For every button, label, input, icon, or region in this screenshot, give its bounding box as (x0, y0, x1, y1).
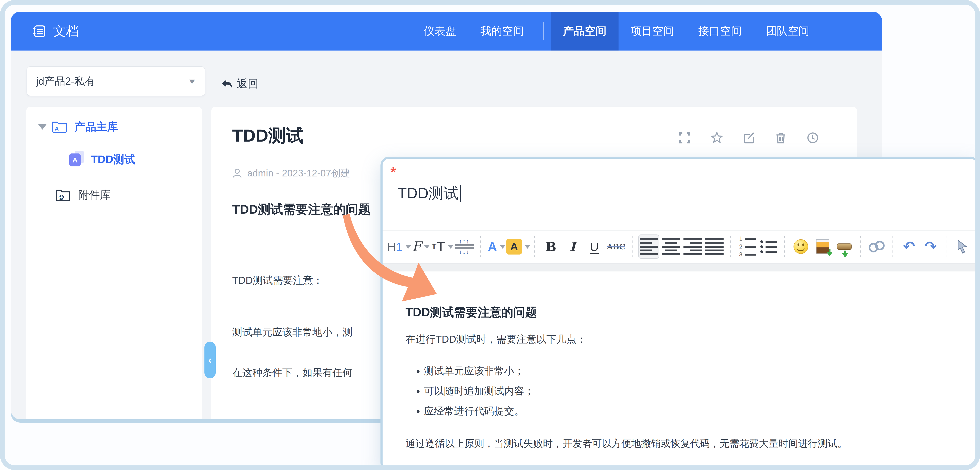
document-paragraph: 测试单元应该非常地小，测 (232, 326, 353, 339)
image-upload-icon (816, 239, 829, 254)
editor-dialog: * TDD测试 H1 F TT ↑↑↑ ↓↓↓ (380, 157, 979, 470)
redo-icon: ↷ (925, 238, 937, 255)
toolbar-separator (632, 237, 633, 257)
insert-image-button[interactable] (813, 235, 832, 258)
library-select[interactable]: jd产品2-私有 ▼ (27, 67, 205, 96)
editor-content-heading: TDD测试需要注意的问题 (406, 305, 957, 321)
underline-button[interactable]: U (584, 235, 605, 258)
doc-title-input[interactable]: TDD测试 (398, 183, 461, 203)
toolbar-separator (535, 237, 535, 257)
toolbar-separator (730, 237, 731, 257)
clock-icon (806, 131, 819, 144)
link-icon (867, 240, 886, 254)
align-left-icon (640, 238, 658, 255)
ordered-list-button[interactable]: 1 2 3 (737, 235, 757, 258)
heading-level-glyph: 1 (396, 240, 402, 254)
fullscreen-button[interactable] (678, 131, 691, 144)
folder-at-icon: @ (55, 188, 71, 202)
align-left-button[interactable] (638, 235, 659, 259)
back-label: 返回 (237, 76, 259, 91)
insert-link-button[interactable] (867, 235, 887, 258)
nav-project-space[interactable]: 项目空间 (619, 12, 686, 51)
font-size-large-glyph: T (437, 239, 445, 254)
folder-a-icon: A (52, 120, 67, 134)
edit-icon (743, 131, 756, 144)
editor-bullet-list: 测试单元应该非常小； 可以随时追加测试内容； 应经常进行代码提交。 (411, 364, 957, 418)
caret-down-icon[interactable] (38, 124, 46, 130)
favorite-button[interactable] (710, 131, 724, 145)
align-justify-button[interactable] (704, 235, 724, 258)
editor-content-area[interactable]: TDD测试需要注意的问题 在进行TDD测试时，需要注意以下几点： 测试单元应该非… (383, 272, 977, 469)
chevron-down-icon: ▼ (187, 77, 197, 86)
unordered-list-button[interactable] (759, 235, 778, 258)
sidebar-item-attachment-library[interactable]: @ 附件库 (55, 188, 111, 202)
heading-glyph: H (387, 240, 396, 254)
document-paragraph: TDD测试需要注意： (232, 274, 323, 287)
text-cursor (460, 185, 461, 202)
emoji-button[interactable] (791, 235, 811, 258)
nav-dashboard[interactable]: 仪表盘 (412, 12, 468, 51)
highlight-color-button[interactable]: A (509, 235, 528, 258)
align-center-button[interactable] (661, 235, 681, 258)
toolbar-separator (860, 237, 861, 257)
align-center-icon (662, 238, 680, 255)
sidebar-item-product-library[interactable]: A 产品主库 (38, 120, 118, 134)
nav-team-space[interactable]: 团队空间 (754, 12, 821, 51)
select-mode-button[interactable] (952, 235, 972, 258)
nav-api-space[interactable]: 接口空间 (686, 12, 754, 51)
sidebar-collapse-handle[interactable]: ‹ (204, 341, 216, 378)
align-justify-icon (705, 238, 724, 255)
history-button[interactable] (806, 131, 819, 144)
unordered-list-icon (760, 240, 777, 253)
nav-my-space[interactable]: 我的空间 (468, 12, 536, 51)
document-section-heading: TDD测试需要注意的问题 (232, 201, 371, 218)
sidebar: A 产品主库 A TDD测试 @ 附件库 (26, 107, 202, 419)
top-header: 文档 仪表盘 我的空间 产品空间 项目空间 接口空间 团队空间 (11, 12, 882, 51)
heading-format-button[interactable]: H1 (389, 235, 409, 258)
font-family-icon: F (412, 239, 421, 254)
brand: 文档 (32, 22, 79, 40)
screenshot-frame: 文档 仪表盘 我的空间 产品空间 项目空间 接口空间 团队空间 jd产品2-私有… (0, 0, 980, 470)
font-size-button[interactable]: TT (433, 235, 453, 258)
bullet-item: 测试单元应该非常小； (424, 364, 957, 378)
font-family-button[interactable]: F (411, 235, 431, 258)
document-title: TDD测试 (232, 124, 304, 148)
nav-product-space[interactable]: 产品空间 (551, 12, 619, 51)
required-asterisk: * (390, 164, 396, 180)
app-title: 文档 (53, 22, 79, 40)
document-a-icon: A (69, 152, 83, 167)
chevron-left-icon: ‹ (208, 354, 212, 366)
undo-button[interactable]: ↶ (899, 235, 919, 258)
svg-text:@: @ (58, 194, 64, 200)
delete-button[interactable] (774, 131, 787, 144)
editor-toolbar: H1 F TT ↑↑↑ ↓↓↓ A A (383, 230, 977, 263)
document-actions (678, 131, 819, 145)
insert-file-button[interactable] (834, 235, 854, 258)
edit-button[interactable] (743, 131, 756, 144)
star-icon (710, 131, 724, 145)
ordered-list-icon: 1 2 3 (737, 236, 756, 257)
underline-icon: U (590, 240, 599, 254)
align-right-button[interactable] (682, 235, 703, 258)
chevron-down-icon (405, 245, 411, 249)
highlight-color-icon: A (506, 239, 522, 254)
text-color-button[interactable]: A (487, 235, 507, 258)
trash-icon (774, 131, 787, 144)
bold-button[interactable]: B (541, 235, 561, 258)
sidebar-item-tdd-doc[interactable]: A TDD测试 (69, 152, 135, 167)
italic-icon: I (570, 239, 576, 254)
document-meta-text: admin - 2023-12-07创建 (247, 167, 350, 180)
redo-button[interactable]: ↷ (921, 235, 941, 258)
user-icon (232, 168, 242, 178)
file-upload-icon (837, 243, 851, 250)
italic-button[interactable]: I (563, 235, 582, 258)
undo-icon: ↶ (903, 238, 915, 255)
line-height-button[interactable]: ↑↑↑ ↓↓↓ (454, 235, 474, 258)
strikethrough-button[interactable]: ABC (606, 235, 626, 258)
document-paragraph: 在这种条件下，如果有任何 (232, 366, 353, 379)
emoji-icon (794, 239, 808, 254)
toolbar-separator (892, 237, 893, 257)
back-button[interactable]: 返回 (220, 76, 259, 92)
back-arrow-icon (220, 78, 232, 90)
align-right-icon (684, 238, 702, 255)
